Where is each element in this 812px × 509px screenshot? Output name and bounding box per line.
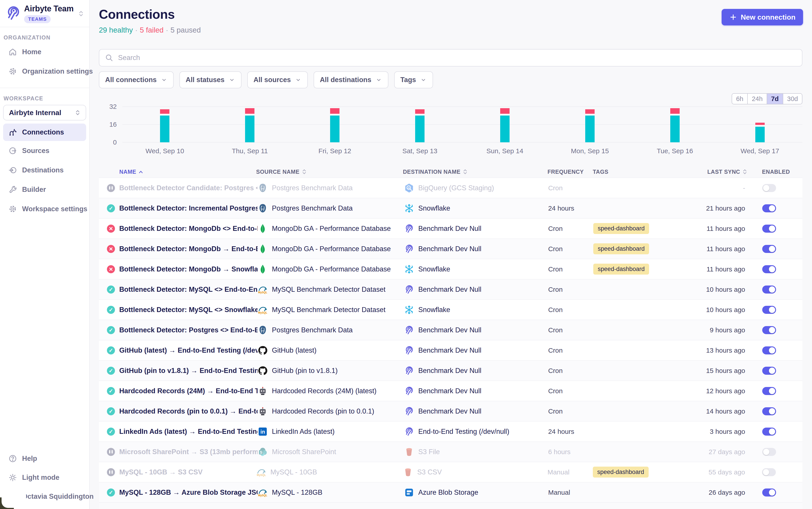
chevron-updown-icon bbox=[74, 109, 81, 116]
separator: · bbox=[166, 26, 168, 34]
last-sync-value: 15 hours ago bbox=[686, 367, 747, 374]
enabled-toggle[interactable] bbox=[762, 448, 776, 456]
mysql-icon: MySQL bbox=[258, 305, 268, 315]
destination-name: S3 File bbox=[418, 448, 440, 456]
table-row[interactable]: ×Bottleneck Detector: MongoDb → Snowflak… bbox=[99, 259, 803, 279]
table-row[interactable]: ✓Bottleneck Detector: MySQL <> End-to-En… bbox=[99, 279, 803, 299]
table-row[interactable]: ✓GitHub (pin to v1.8.1) → End-to-End Tes… bbox=[99, 360, 803, 380]
sidebar-item-connections[interactable]: Connections bbox=[3, 124, 86, 141]
tags-cell: speed-dashboard bbox=[593, 223, 686, 234]
connection-name: Bottleneck Detector: MongoDb <> End-to-E… bbox=[119, 225, 258, 233]
sidebar-item-home[interactable]: Home bbox=[0, 42, 89, 62]
enabled-toggle[interactable] bbox=[762, 468, 776, 476]
column-header-last-sync[interactable]: LAST SYNC bbox=[685, 168, 747, 175]
table-row[interactable]: ✓GitHub (latest) → End-to-End Testing (/… bbox=[99, 340, 803, 360]
enabled-toggle[interactable] bbox=[762, 306, 776, 314]
postgres-icon bbox=[258, 203, 268, 213]
connection-name: GitHub (latest) → End-to-End Testing (/d… bbox=[119, 346, 258, 354]
enabled-toggle[interactable] bbox=[762, 245, 776, 253]
workspace-selector[interactable]: Airbyte Internal bbox=[3, 105, 86, 121]
table-row[interactable]: ✓MySQL - 128GB → Azure Blob Storage JSOn… bbox=[99, 482, 803, 502]
main-content: Connections 29 healthy·5 failed·5 paused… bbox=[90, 0, 812, 509]
timerange-7d[interactable]: 7d bbox=[767, 94, 783, 104]
svg-text:MySQL: MySQL bbox=[258, 494, 267, 497]
timerange-30d[interactable]: 30d bbox=[783, 94, 802, 104]
timerange-24h[interactable]: 24h bbox=[747, 94, 767, 104]
plus-icon bbox=[729, 13, 737, 21]
frequency-value: Cron bbox=[548, 306, 593, 314]
sidebar-item-help[interactable]: Help bbox=[0, 449, 89, 468]
table-row[interactable]: Microsoft SharePoint → S3 (13mb performa… bbox=[99, 441, 803, 462]
section-label-organization: ORGANIZATION bbox=[4, 34, 89, 41]
enabled-toggle[interactable] bbox=[762, 285, 776, 294]
table-row[interactable]: ✓Bottleneck Detector: Postgres <> End-to… bbox=[99, 319, 803, 340]
table-row[interactable]: ×Bottleneck Detector: MongoDb <> End-to-… bbox=[99, 218, 803, 238]
filter-statuses[interactable]: All statuses bbox=[180, 71, 241, 88]
last-sync-value: 10 hours ago bbox=[686, 286, 747, 293]
enabled-toggle[interactable] bbox=[762, 367, 776, 375]
column-header-destination[interactable]: DESTINATION NAME bbox=[403, 168, 548, 175]
last-sync-value: 3 hours ago bbox=[686, 428, 747, 435]
enabled-toggle[interactable] bbox=[762, 346, 776, 354]
enabled-toggle[interactable] bbox=[762, 184, 776, 192]
chevron-updown-icon bbox=[77, 10, 85, 18]
destination-name: Benchmark Dev Null bbox=[418, 346, 482, 354]
status-success-icon: ✓ bbox=[107, 204, 115, 212]
sidebar-item-label: Builder bbox=[22, 185, 46, 194]
enabled-toggle[interactable] bbox=[762, 407, 776, 415]
enabled-toggle[interactable] bbox=[762, 265, 776, 273]
timerange-6h[interactable]: 6h bbox=[732, 94, 747, 104]
table-row[interactable]: ×Bottleneck Detector: MongoDb → End-to-E… bbox=[99, 238, 803, 259]
sidebar-item-organization-settings[interactable]: Organization settings bbox=[0, 62, 89, 81]
search-input[interactable] bbox=[118, 54, 797, 62]
chart-bar-success bbox=[755, 127, 765, 142]
frequency-value: 24 hours bbox=[548, 205, 593, 212]
table-row[interactable]: MySQL - 10GB → S3 CSVMySQLMySQL - 10GBS3… bbox=[99, 462, 803, 482]
chart-bar-slot bbox=[378, 107, 462, 142]
status-success-icon: ✓ bbox=[107, 326, 115, 334]
sidebar-item-sources[interactable]: Sources bbox=[0, 141, 89, 160]
hardcoded-icon bbox=[258, 386, 268, 396]
connection-name: Bottleneck Detector: MySQL <> End-to-End… bbox=[119, 285, 258, 294]
last-sync-value: 11 hours ago bbox=[686, 245, 747, 253]
column-label: TAGS bbox=[593, 169, 609, 175]
table-row[interactable]: ✓Hardcoded Records (24M) → End-to-End Te… bbox=[99, 380, 803, 401]
table-row[interactable]: ✓Bottleneck Detector: Incremental Postgr… bbox=[99, 198, 803, 218]
sidebar-item-label: Light mode bbox=[22, 474, 59, 482]
enabled-toggle[interactable] bbox=[762, 488, 776, 497]
mysql-icon: MySQL bbox=[256, 467, 266, 477]
table-row[interactable]: ✓Bottleneck Detector: MySQL <> Snowflake… bbox=[99, 299, 803, 319]
sidebar-item-destinations[interactable]: Destinations bbox=[0, 160, 89, 180]
connection-name: Bottleneck Detector Candidate: Postgres … bbox=[119, 184, 258, 192]
enabled-toggle[interactable] bbox=[762, 204, 776, 212]
table-row[interactable]: Bottleneck Detector Candidate: Postgres … bbox=[99, 177, 803, 198]
sidebar-item-light-mode[interactable]: Light mode bbox=[0, 468, 89, 487]
chevron-down-icon bbox=[295, 76, 301, 83]
chart-x-axis: Wed, Sep 10Thu, Sep 11Fri, Sep 12Sat, Se… bbox=[122, 147, 803, 155]
status-success-icon: ✓ bbox=[107, 407, 115, 415]
column-header-name[interactable]: NAME bbox=[119, 169, 256, 175]
enabled-toggle[interactable] bbox=[762, 428, 776, 436]
org-switcher[interactable]: Airbyte Team TEAMS bbox=[0, 0, 89, 27]
sidebar-item-workspace-settings[interactable]: Workspace settings bbox=[0, 199, 89, 218]
chart-bar bbox=[160, 109, 169, 142]
filter-connections[interactable]: All connections bbox=[99, 71, 174, 88]
connection-name: MySQL - 128GB → Azure Blob Storage JSOn … bbox=[119, 488, 258, 497]
filter-sources[interactable]: All sources bbox=[247, 71, 308, 88]
table-row[interactable]: ✓Hardcoded Records (pin to 0.0.1) → End-… bbox=[99, 401, 803, 421]
sidebar-item-builder[interactable]: Builder bbox=[0, 180, 89, 199]
filter-destinations[interactable]: All destinations bbox=[314, 71, 388, 88]
filter-tags[interactable]: Tags bbox=[394, 71, 433, 88]
filter-label: All destinations bbox=[320, 76, 371, 84]
snowflake-icon bbox=[404, 203, 414, 213]
column-label: FREQUENCY bbox=[548, 169, 584, 175]
column-header-source[interactable]: SOURCE NAME bbox=[256, 168, 403, 175]
table-row[interactable]: ✓LinkedIn Ads (latest) → End-to-End Test… bbox=[99, 421, 803, 441]
destination-name: Benchmark Dev Null bbox=[418, 285, 482, 294]
enabled-toggle[interactable] bbox=[762, 225, 776, 233]
chart-bar-failed bbox=[670, 108, 680, 114]
new-connection-button[interactable]: New connection bbox=[722, 9, 803, 26]
chart-bar-success bbox=[330, 115, 339, 142]
enabled-toggle[interactable] bbox=[762, 387, 776, 395]
enabled-toggle[interactable] bbox=[762, 326, 776, 334]
